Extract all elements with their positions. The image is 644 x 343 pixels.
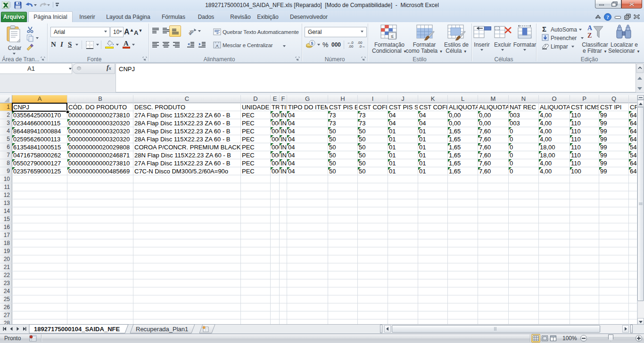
svg-text:.00: .00 — [348, 44, 353, 48]
svg-text:?: ? — [606, 14, 609, 20]
svg-text:ab: ab — [188, 28, 195, 36]
svg-text:A: A — [587, 24, 593, 32]
svg-text:a: a — [216, 43, 218, 48]
svg-text:$: $ — [311, 41, 314, 46]
svg-text:Z: Z — [587, 32, 592, 39]
svg-text:.0→: .0→ — [359, 44, 365, 48]
svg-text:≤: ≤ — [391, 33, 394, 39]
